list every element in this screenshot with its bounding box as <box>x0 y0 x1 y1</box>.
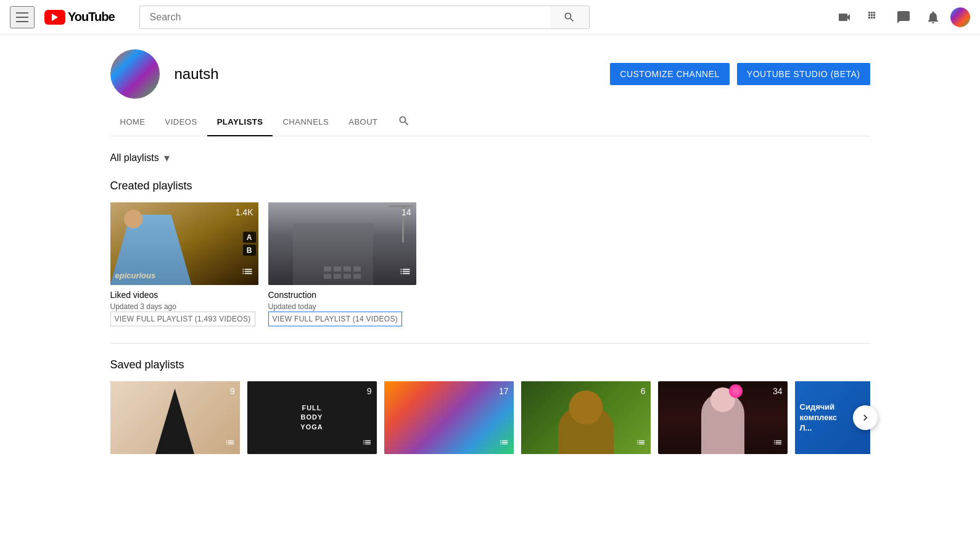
construction-count: 14 <box>401 207 411 217</box>
window-3 <box>344 267 351 271</box>
messages-button[interactable] <box>891 5 916 30</box>
window-1 <box>324 267 331 271</box>
bell-icon <box>926 10 941 25</box>
liked-playlist-updated: Updated 3 days ago <box>110 302 258 311</box>
upload-icon <box>837 10 852 25</box>
liked-playlist-icon <box>241 265 253 280</box>
saved-playlists-container: 9 FULLBODYYOGA <box>110 381 870 454</box>
construction-playlist-icon <box>399 265 411 280</box>
construction-playlist-updated: Updated today <box>268 302 416 311</box>
russian-text: СидячийкомплексЛ... <box>800 402 837 434</box>
liked-playlist-info: Liked videos Updated 3 days ago VIEW FUL… <box>110 285 258 328</box>
youtube-logo[interactable]: YouTube <box>44 10 115 25</box>
yoga-count: 9 <box>230 386 235 396</box>
avatar[interactable] <box>950 7 970 27</box>
woman-playlist-icon <box>773 437 783 449</box>
logo-text: YouTube <box>68 10 115 24</box>
notifications-button[interactable] <box>921 5 945 30</box>
saved-thumb-woman: 34 <box>658 381 788 454</box>
tab-playlists[interactable]: PLAYLISTS <box>207 109 273 136</box>
customize-channel-button[interactable]: CUSTOMIZE CHANNEL <box>610 63 729 85</box>
dog-head <box>569 391 603 424</box>
saved-card-woman[interactable]: 34 <box>658 381 788 454</box>
construction-playlist-info: Construction Updated today VIEW FULL PLA… <box>268 285 416 328</box>
playlist-thumb-construction: 14 <box>268 202 416 285</box>
fullbody-text: FULLBODYYOGA <box>300 403 323 432</box>
window-6 <box>334 274 341 279</box>
fullbody-bg: FULLBODYYOGA <box>247 381 377 454</box>
window-8 <box>353 274 361 279</box>
woman-bg <box>658 381 788 454</box>
yoga-bg <box>110 381 240 454</box>
chevron-down-icon: ▾ <box>164 151 170 165</box>
construction-bg <box>268 202 416 285</box>
saved-card-watercolor[interactable]: 17 <box>384 381 514 454</box>
search-icon <box>563 11 575 23</box>
watercolor-bg <box>384 381 514 454</box>
tab-home[interactable]: HOME <box>110 109 155 136</box>
watercolor-count: 17 <box>499 386 509 396</box>
youtube-studio-button[interactable]: YOUTUBE STUDIO (BETA) <box>737 63 870 85</box>
dog-bg <box>521 381 651 454</box>
b-box: B <box>243 245 256 256</box>
window-7 <box>344 274 351 279</box>
saved-thumb-dog: 6 <box>521 381 651 454</box>
construction-playlist-name: Construction <box>268 290 416 300</box>
flower <box>729 384 743 398</box>
epicurious-label: epicurious <box>115 271 156 280</box>
created-playlists-title: Created playlists <box>110 180 870 192</box>
channel-header: nautsh CUSTOMIZE CHANNEL YOUTUBE STUDIO … <box>110 35 870 99</box>
window-5 <box>324 274 331 279</box>
channel-avatar <box>110 49 160 99</box>
liked-playlist-name: Liked videos <box>110 290 258 300</box>
created-playlists-section: Created playlists A B <box>110 180 870 328</box>
saved-thumb-fullbody: FULLBODYYOGA 9 <box>247 381 377 454</box>
person-head <box>124 210 142 228</box>
liked-thumb-bg: A B epicurious 1.4K <box>110 202 258 285</box>
liked-count: 1.4K <box>236 207 253 217</box>
hamburger-button[interactable] <box>10 6 35 28</box>
liked-view-link[interactable]: VIEW FULL PLAYLIST (1,493 VIDEOS) <box>110 312 255 326</box>
woman-count: 34 <box>773 386 783 396</box>
playlist-card-construction[interactable]: 14 Construction Updated today VIEW FULL … <box>268 202 416 328</box>
search-input[interactable] <box>139 6 550 29</box>
window-4 <box>353 267 361 271</box>
fullbody-count: 9 <box>367 386 372 396</box>
dog-playlist-icon <box>636 437 646 449</box>
ab-overlay: A B <box>243 232 256 256</box>
fullbody-playlist-icon <box>362 437 372 449</box>
channel-name: nautsh <box>175 65 219 83</box>
tab-videos[interactable]: VIDEOS <box>155 109 207 136</box>
playlist-card-liked[interactable]: A B epicurious 1.4K <box>110 202 258 328</box>
saved-playlists-title: Saved playlists <box>110 358 870 371</box>
upload-button[interactable] <box>832 5 857 30</box>
tab-channels[interactable]: CHANNELS <box>273 109 339 136</box>
saved-card-dog[interactable]: 6 <box>521 381 651 454</box>
dog-count: 6 <box>641 386 646 396</box>
tab-about[interactable]: ABOUT <box>339 109 387 136</box>
search-container <box>139 6 590 29</box>
building-body <box>293 223 373 285</box>
playlist-thumb-liked: A B epicurious 1.4K <box>110 202 258 285</box>
header: YouTube <box>0 0 980 35</box>
youtube-logo-icon <box>44 10 65 25</box>
saved-card-yoga[interactable]: 9 <box>110 381 240 454</box>
saved-playlists-row: 9 FULLBODYYOGA <box>110 381 870 454</box>
search-button[interactable] <box>550 6 590 29</box>
saved-thumb-watercolor: 17 <box>384 381 514 454</box>
channel-search-icon[interactable] <box>393 110 415 135</box>
all-playlists-filter[interactable]: All playlists ▾ <box>110 151 870 165</box>
carousel-next-button[interactable] <box>853 405 878 430</box>
saved-card-fullbody[interactable]: FULLBODYYOGA 9 <box>247 381 377 454</box>
channel-actions: CUSTOMIZE CHANNEL YOUTUBE STUDIO (BETA) <box>610 63 870 85</box>
watercolor-playlist-icon <box>499 437 509 449</box>
pencil-grid <box>389 386 509 449</box>
filter-label: All playlists <box>110 152 159 163</box>
apps-button[interactable] <box>862 5 886 30</box>
apps-icon <box>867 10 881 25</box>
messages-icon <box>896 10 911 25</box>
channel-nav: HOME VIDEOS PLAYLISTS CHANNELS ABOUT <box>110 109 870 136</box>
construction-view-link[interactable]: VIEW FULL PLAYLIST (14 VIDEOS) <box>268 312 403 326</box>
yoga-playlist-icon <box>225 437 235 449</box>
header-right <box>832 5 970 30</box>
